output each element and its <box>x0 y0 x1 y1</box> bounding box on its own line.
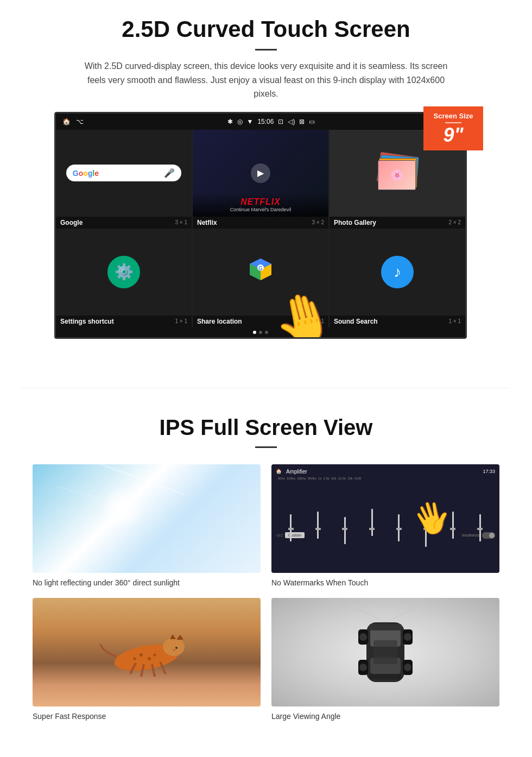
badge-divider <box>445 122 461 123</box>
svg-point-10 <box>175 647 178 649</box>
section2-divider <box>255 446 277 448</box>
google-name: Google <box>60 219 83 226</box>
eq-bar-1 <box>278 514 304 530</box>
freq-labels: 60hz100hz200hz500hz1k2.5k10k12.5k15kSUB <box>276 477 495 480</box>
google-logo: Google <box>73 169 99 178</box>
amp-header: 🏠 Amplifier 17:33 <box>276 469 495 475</box>
google-size: 3 × 1 <box>175 219 187 225</box>
google-search-bar[interactable]: Google 🎤 <box>66 165 182 181</box>
pagination-dots <box>56 327 465 337</box>
location-icon: ◎ <box>237 118 243 125</box>
gallery-size: 2 × 2 <box>448 219 461 225</box>
svg-point-30 <box>359 664 367 671</box>
loudness-toggle[interactable] <box>482 532 495 539</box>
netflix-subtitle: Continue Marvel's Daredevil <box>197 207 324 212</box>
bar-track-2 <box>317 512 319 539</box>
svg-point-17 <box>154 653 156 656</box>
eq-bar-5 <box>386 514 412 530</box>
section-ips-screen: IPS Full Screen View No light reflecting… <box>0 394 532 737</box>
car-bg <box>271 598 499 706</box>
netflix-logo: NETFLIX <box>197 197 324 207</box>
flower-icon: 🌸 <box>390 168 404 181</box>
custom-button[interactable]: Custom <box>285 532 305 538</box>
screen-wrapper: Screen Size 9" 🏠 ⌥ ✱ ◎ ▼ 15:06 <box>54 112 478 339</box>
amplifier-bg: 🏠 Amplifier 17:33 60hz100hz200hz500hz1k2… <box>271 464 499 573</box>
bar-track-4 <box>371 509 373 536</box>
dot-2 <box>259 331 262 334</box>
dot-3 <box>265 331 268 334</box>
svg-line-33 <box>353 609 385 622</box>
volume-icon: ◁) <box>288 118 295 125</box>
home-icon-amp: 🏠 <box>276 469 282 474</box>
sun-glare <box>101 486 144 529</box>
netflix-name: Netflix <box>197 219 217 226</box>
feature-viewing-angle: Large Viewing Angle <box>271 598 499 721</box>
sky-background <box>33 464 261 573</box>
amplifier-image: 🏠 Amplifier 17:33 60hz100hz200hz500hz1k2… <box>271 464 499 573</box>
bar-handle-2 <box>315 528 321 530</box>
car-svg <box>342 609 429 696</box>
bar-handle-8 <box>477 528 483 530</box>
svg-point-28 <box>359 633 367 641</box>
dot-1 <box>253 331 256 334</box>
no-watermarks-label: No Watermarks When Touch <box>271 578 499 587</box>
gallery-name: Photo Gallery <box>334 219 376 226</box>
app-labels-row2: Settings shortcut 1 × 1 Share location 1… <box>56 316 465 327</box>
fast-response-label: Super Fast Response <box>33 712 261 721</box>
amp-time: 17:33 <box>483 469 495 474</box>
eq-bar-2 <box>305 512 331 530</box>
sound-name: Sound Search <box>334 318 378 325</box>
photo-stack: 🌸 <box>376 152 419 195</box>
settings-label: Settings shortcut 1 × 1 <box>56 316 192 327</box>
svg-marker-9 <box>170 634 176 639</box>
gallery-label: Photo Gallery 2 × 2 <box>330 217 465 229</box>
toggle-knob <box>489 533 495 538</box>
badge-size: 9" <box>428 125 479 145</box>
eq-bars: 🖐️ <box>276 481 495 530</box>
usb-icon: ⌥ <box>76 118 84 125</box>
settings-app-tile[interactable]: ⚙️ <box>56 229 192 316</box>
badge-label: Screen Size <box>434 112 473 120</box>
app-grid-row1: Google 🎤 ▶ NETFLIX Continue Marvel's Dar… <box>56 130 465 217</box>
app-labels-row1: Google 3 × 1 Netflix 3 × 2 Photo Gallery… <box>56 217 465 229</box>
status-center: ✱ ◎ ▼ 15:06 ⊡ ◁) ⊠ ▭ <box>84 118 459 125</box>
section-divider <box>22 388 510 388</box>
window-icon: ▭ <box>309 118 315 125</box>
svg-point-29 <box>404 633 411 641</box>
section2-title: IPS Full Screen View <box>33 415 499 440</box>
title-divider <box>255 49 277 51</box>
sound-search-tile[interactable]: ♪ <box>330 229 465 316</box>
viewing-angle-label: Large Viewing Angle <box>271 712 499 721</box>
cheetah-bg <box>33 598 261 706</box>
photo-card-4: 🌸 <box>378 160 416 190</box>
section-curved-screen: 2.5D Curved Touch Screen With 2.5D curve… <box>0 0 532 382</box>
feature-no-watermarks: 🏠 Amplifier 17:33 60hz100hz200hz500hz1k2… <box>271 464 499 587</box>
svg-point-15 <box>140 653 143 657</box>
cheetah-image <box>33 598 261 706</box>
svg-marker-8 <box>176 635 183 640</box>
settings-icon: ⚙️ <box>107 256 140 288</box>
maps-icon: G <box>247 256 274 288</box>
settings-name: Settings shortcut <box>60 318 114 325</box>
bar-handle-5 <box>396 528 402 530</box>
share-name: Share location <box>197 318 242 325</box>
eq-bar-4 <box>359 509 385 530</box>
svg-rect-32 <box>373 640 397 664</box>
play-button[interactable]: ▶ <box>251 163 270 183</box>
google-app-tile[interactable]: Google 🎤 <box>56 130 192 217</box>
sound-label: Sound Search 1 × 1 <box>330 316 465 327</box>
mic-icon[interactable]: 🎤 <box>164 168 175 178</box>
svg-rect-23 <box>369 674 402 679</box>
share-location-tile[interactable]: G 🤚 <box>193 229 328 316</box>
home-icon[interactable]: 🏠 <box>62 118 71 125</box>
svg-point-31 <box>404 664 411 671</box>
sound-size: 1 × 1 <box>448 318 461 324</box>
feature-fast-response: Super Fast Response <box>33 598 261 721</box>
feature-no-light: No light reflecting under 360° direct su… <box>33 464 261 587</box>
netflix-app-tile[interactable]: ▶ NETFLIX Continue Marvel's Daredevil <box>193 130 328 217</box>
x-icon: ⊠ <box>299 118 305 125</box>
status-bar: 🏠 ⌥ ✱ ◎ ▼ 15:06 ⊡ ◁) ⊠ ▭ <box>56 113 465 130</box>
svg-rect-22 <box>369 624 402 630</box>
netflix-overlay: NETFLIX Continue Marvel's Daredevil <box>193 193 328 217</box>
section1-description: With 2.5D curved-display screen, this de… <box>76 59 456 101</box>
